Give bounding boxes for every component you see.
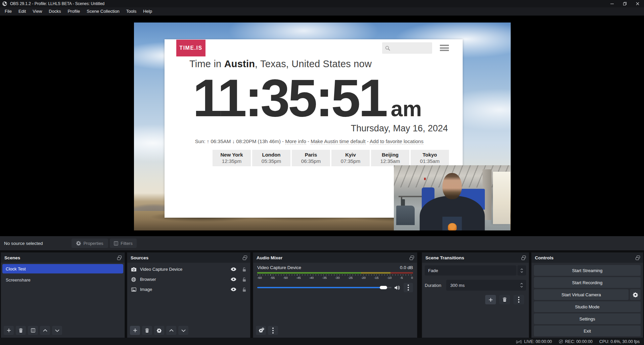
start-virtual-camera-button[interactable]: Start Virtual Camera (534, 289, 629, 300)
sources-title: Sources (131, 255, 148, 260)
source-status-text: No source selected (4, 241, 43, 246)
source-item-image[interactable]: Image (127, 285, 250, 294)
menu-profile[interactable]: Profile (64, 7, 83, 15)
source-properties-button[interactable] (154, 326, 164, 335)
menu-file[interactable]: File (1, 7, 15, 15)
move-source-up-button[interactable] (166, 326, 176, 335)
filters-button[interactable]: Filters (110, 239, 137, 248)
menu-help[interactable]: Help (140, 7, 155, 15)
gear-icon (633, 292, 638, 297)
chevron-down-icon (520, 271, 523, 273)
start-recording-button[interactable]: Start Recording (534, 277, 641, 288)
controls-title: Controls (535, 255, 554, 260)
scenes-panel: Scenes Clock Test Screenshare (1, 252, 125, 338)
duration-label: Duration (425, 283, 446, 288)
start-streaming-button[interactable]: Start Streaming (534, 265, 641, 276)
volume-slider[interactable] (257, 287, 392, 288)
move-source-down-button[interactable] (178, 326, 188, 335)
visibility-eye-icon[interactable] (231, 267, 236, 271)
move-scene-down-button[interactable] (52, 326, 62, 335)
exit-button[interactable]: Exit (534, 326, 641, 336)
duration-input[interactable]: 300 ms (446, 280, 526, 291)
settings-button[interactable]: Settings (534, 313, 641, 324)
lock-open-icon[interactable] (242, 267, 246, 272)
menu-view[interactable]: View (29, 7, 45, 15)
popout-icon[interactable] (117, 255, 122, 260)
audio-mixer-panel: Audio Mixer Video Capture Device 0.0 dB … (253, 252, 417, 338)
controls-header[interactable]: Controls (532, 253, 643, 263)
visibility-eye-icon[interactable] (231, 277, 236, 281)
menu-docks[interactable]: Docks (45, 7, 64, 15)
volume-slider-handle[interactable] (380, 286, 387, 289)
mixer-header[interactable]: Audio Mixer (253, 253, 417, 263)
menu-edit[interactable]: Edit (15, 7, 29, 15)
close-icon (636, 2, 640, 6)
sources-header[interactable]: Sources (127, 253, 250, 263)
scene-filters-button[interactable] (28, 326, 38, 335)
cpu-fps-stats: CPU: 0.6%, 30.00 fps (599, 339, 640, 344)
transition-menu-button[interactable] (513, 295, 524, 304)
add-source-button[interactable] (130, 326, 140, 335)
properties-button[interactable]: Properties (72, 239, 108, 248)
mixer-menu-button[interactable] (268, 326, 278, 335)
status-bar: LIVE: 00:00:00 REC: 00:00:00 CPU: 0.6%, … (0, 338, 644, 345)
speaker-icon[interactable] (395, 286, 401, 290)
add-scene-button[interactable] (4, 326, 14, 335)
plus-icon (7, 328, 11, 333)
source-item-video-capture[interactable]: Video Capture Device (127, 265, 250, 274)
transition-select[interactable]: Fade (425, 265, 516, 275)
restore-icon (623, 2, 627, 6)
heading-city: Austin (224, 58, 255, 69)
search-icon (385, 46, 390, 51)
remove-scene-button[interactable] (16, 326, 26, 335)
move-scene-up-button[interactable] (40, 326, 50, 335)
restore-button[interactable] (618, 0, 631, 7)
minimize-button[interactable] (606, 0, 618, 7)
timeis-clock: 11:35:51 am (193, 71, 422, 124)
preview-canvas[interactable]: TIME.IS Time in Austin, Texas, United St… (134, 23, 511, 230)
webcam-source[interactable] (394, 165, 510, 230)
city-card: New York12:35pm (213, 150, 251, 166)
studio-mode-button[interactable]: Studio Mode (534, 301, 641, 312)
advanced-audio-button[interactable] (256, 326, 266, 335)
mixer-channel-menu-button[interactable] (404, 283, 413, 292)
scene-item-screenshare[interactable]: Screenshare (2, 275, 123, 284)
popout-icon[interactable] (635, 255, 640, 260)
scene-item-clock-test[interactable]: Clock Test (2, 264, 123, 273)
lock-open-icon[interactable] (242, 287, 246, 292)
chevron-up-icon (520, 268, 523, 270)
add-transition-button[interactable] (485, 295, 496, 304)
transitions-header[interactable]: Scene Transitions (422, 253, 529, 263)
city-card: Tokyo01:35am (411, 150, 449, 166)
transition-select-arrows[interactable] (517, 265, 526, 275)
menu-tools[interactable]: Tools (123, 7, 140, 15)
shirt-graphic (448, 223, 457, 230)
chevron-down-icon (520, 286, 523, 288)
remove-source-button[interactable] (142, 326, 152, 335)
popout-icon[interactable] (521, 255, 526, 260)
remove-transition-button[interactable] (499, 295, 510, 304)
menu-scene-collection[interactable]: Scene Collection (83, 7, 123, 15)
titlebar: OBS 29.1.2 - Profile: LLHLS BETA - Scene… (0, 0, 644, 7)
source-item-browser[interactable]: Browser (127, 275, 250, 284)
visibility-eye-icon[interactable] (231, 288, 236, 291)
preview-stage: TIME.IS Time in Austin, Texas, United St… (0, 16, 644, 236)
minimize-icon (610, 2, 614, 6)
table (399, 196, 422, 197)
source-label: Video Capture Device (140, 267, 231, 272)
city-card: London05:35pm (252, 150, 290, 166)
scenes-header[interactable]: Scenes (1, 253, 125, 263)
kebab-icon (408, 285, 409, 291)
close-button[interactable] (631, 0, 644, 7)
chevron-up-icon (169, 329, 174, 332)
record-disc-icon (559, 339, 563, 344)
lock-open-icon[interactable] (242, 277, 246, 282)
popout-icon[interactable] (242, 255, 247, 260)
plus-icon (489, 298, 493, 302)
meter-ticks (257, 274, 413, 275)
source-toolbar: No source selected Properties Filters (0, 236, 644, 250)
duration-spinner[interactable] (520, 280, 523, 291)
popout-icon[interactable] (409, 255, 414, 260)
virtual-camera-settings-button[interactable] (630, 289, 641, 300)
rec-timer: REC: 00:00:00 (565, 339, 593, 344)
